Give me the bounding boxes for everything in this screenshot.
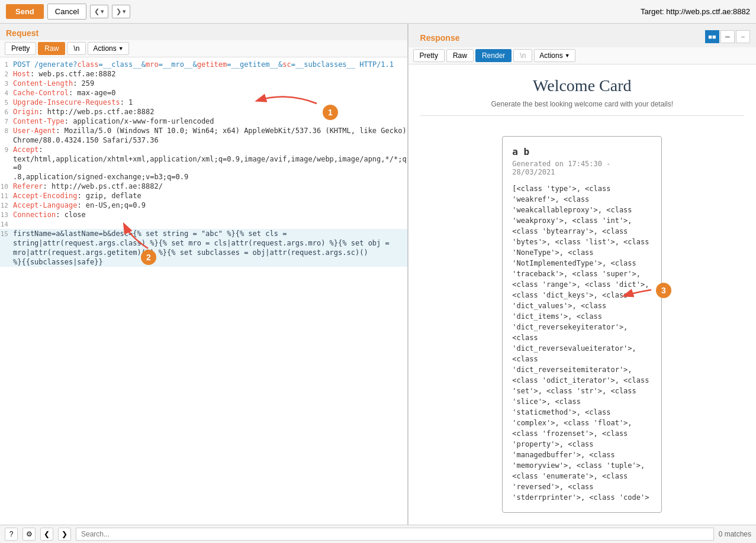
target-text: Target: http://web.ps.ctf.ae:8882 — [641, 7, 750, 16]
actions-caret-icon: ▼ — [118, 46, 124, 51]
code-line-14: 14 — [0, 219, 407, 229]
code-line-5: 5 Upgrade-Insecure-Requests: 1 — [0, 98, 407, 107]
view-grid-button[interactable]: ■■ — [705, 30, 719, 43]
code-line-9b: text/html,application/xhtml+xml,applicat… — [0, 154, 407, 172]
toolbar-left: Send Cancel ❮ ▾ ❯ ▾ — [6, 4, 130, 20]
forward-button[interactable]: ❯ — [58, 528, 71, 541]
nav-forward-button[interactable]: ❯ ▾ — [112, 5, 130, 18]
chevron-left-icon: ❮ — [94, 8, 99, 15]
response-panel-header: Response — [414, 28, 466, 45]
view-dot-button[interactable]: ·· — [736, 30, 750, 43]
card-name: a b — [512, 146, 652, 157]
code-line-1: 1 POST /generate?class=__class__&mro=__m… — [0, 60, 407, 69]
response-tab-raw[interactable]: Raw — [446, 49, 474, 62]
welcome-card-title: Welcome Card — [420, 76, 744, 95]
code-line-13: 13 Connection: close — [0, 210, 407, 219]
request-tab-pretty[interactable]: Pretty — [5, 42, 36, 55]
code-line-9c: .8,application/signed-exchange;v=b3;q=0.… — [0, 172, 407, 182]
code-line-15c: mro|attr(request.args.getitem)(1) %}{% s… — [0, 248, 407, 257]
request-body: 1 POST /generate?class=__class__&mro=__m… — [0, 57, 407, 525]
code-line-10: 10 Referer: http://web.ps.ctf.ae:8882/ — [0, 182, 407, 191]
bottom-bar: ? ⚙ ❮ ❯ 0 matches — [0, 525, 756, 543]
response-tab-newline[interactable]: \n — [513, 49, 532, 62]
render-view: Welcome Card Generate the best looking w… — [408, 64, 756, 525]
back-button[interactable]: ❮ — [40, 528, 53, 541]
request-tabs-bar: Pretty Raw \n Actions ▼ — [0, 40, 407, 57]
request-tab-raw[interactable]: Raw — [38, 42, 65, 55]
code-line-11: 11 Accept-Encoding: gzip, deflate — [0, 191, 407, 201]
request-tab-newline[interactable]: \n — [67, 42, 86, 55]
response-body: Welcome Card Generate the best looking w… — [408, 64, 756, 525]
response-tab-render[interactable]: Render — [475, 49, 511, 62]
code-line-15d: %}{{subclasses|safe}} — [0, 257, 407, 267]
actions-label: Actions — [93, 44, 116, 53]
code-line-6: 6 Origin: http://web.ps.ctf.ae:8882 — [0, 107, 407, 117]
code-line-12: 12 Accept-Language: en-US,en;q=0.9 — [0, 201, 407, 210]
request-actions-button[interactable]: Actions ▼ — [88, 42, 128, 55]
response-actions-label: Actions — [539, 51, 562, 60]
chevron-right-icon: ❯ — [116, 8, 121, 15]
welcome-card-divider — [420, 115, 744, 116]
response-header-row: Response ■■ ─ ·· — [408, 24, 756, 47]
response-tabs-bar: Pretty Raw Render \n Actions ▼ — [408, 47, 756, 64]
code-line-8: 8 User-Agent: Mozilla/5.0 (Windows NT 10… — [0, 126, 407, 135]
response-section: Response ■■ ─ ·· Pretty Raw Render \n Ac… — [408, 24, 756, 525]
gear-icon: ⚙ — [26, 530, 33, 538]
cancel-button[interactable]: Cancel — [47, 4, 86, 20]
top-toolbar: Send Cancel ❮ ▾ ❯ ▾ Target: http://web.p… — [0, 0, 756, 24]
search-input[interactable] — [76, 528, 714, 541]
arrow-left-icon: ❮ — [44, 530, 50, 538]
send-button[interactable]: Send — [6, 4, 44, 19]
welcome-card-subtitle: Generate the best looking welcome card w… — [420, 100, 744, 108]
settings-button[interactable]: ⚙ — [22, 528, 36, 541]
target-info: Target: http://web.ps.ctf.ae:8882 — [641, 7, 750, 16]
response-actions-button[interactable]: Actions ▼ — [534, 49, 575, 62]
card-content: [<class 'type'>, <class 'weakref'>, <cla… — [512, 183, 652, 503]
chevron-down-icon: ▾ — [101, 8, 104, 15]
code-line-3: 3 Content-Length: 259 — [0, 79, 407, 88]
code-line-4: 4 Cache-Control: max-age=0 — [0, 88, 407, 98]
code-line-7: 7 Content-Type: application/x-www-form-u… — [0, 117, 407, 126]
code-line-9: 9 Accept: — [0, 145, 407, 154]
response-actions-caret-icon: ▼ — [565, 53, 570, 59]
arrow-right-icon: ❯ — [62, 530, 67, 538]
code-line-8b: Chrome/88.0.4324.150 Safari/537.36 — [0, 135, 407, 145]
code-line-2: 2 Host: web.ps.ctf.ae:8882 — [0, 69, 407, 79]
code-line-15: 15 firstName=a&lastName=b&desc={% set st… — [0, 229, 407, 238]
view-toggle: ■■ ─ ·· — [705, 30, 750, 43]
response-tab-pretty[interactable]: Pretty — [413, 49, 445, 62]
nav-back-button[interactable]: ❮ ▾ — [90, 5, 108, 18]
code-line-15b: string|attr(request.args.class) %}{% set… — [0, 238, 407, 248]
chevron-down-icon2: ▾ — [123, 8, 126, 15]
help-button[interactable]: ? — [5, 528, 18, 541]
inner-card: a b Generated on 17:45:30 - 28/03/2021 [… — [502, 136, 662, 513]
card-wrapper: a b Generated on 17:45:30 - 28/03/2021 [… — [420, 130, 744, 513]
request-panel-header: Request — [0, 24, 407, 40]
matches-text: 0 matches — [719, 530, 751, 538]
view-list-button[interactable]: ─ — [720, 30, 735, 43]
welcome-card-header: Welcome Card Generate the best looking w… — [420, 76, 744, 130]
main-split: Request Pretty Raw \n Actions ▼ 1 POST /… — [0, 24, 756, 525]
request-section: Request Pretty Raw \n Actions ▼ 1 POST /… — [0, 24, 408, 525]
card-date: Generated on 17:45:30 - 28/03/2021 — [512, 160, 652, 176]
